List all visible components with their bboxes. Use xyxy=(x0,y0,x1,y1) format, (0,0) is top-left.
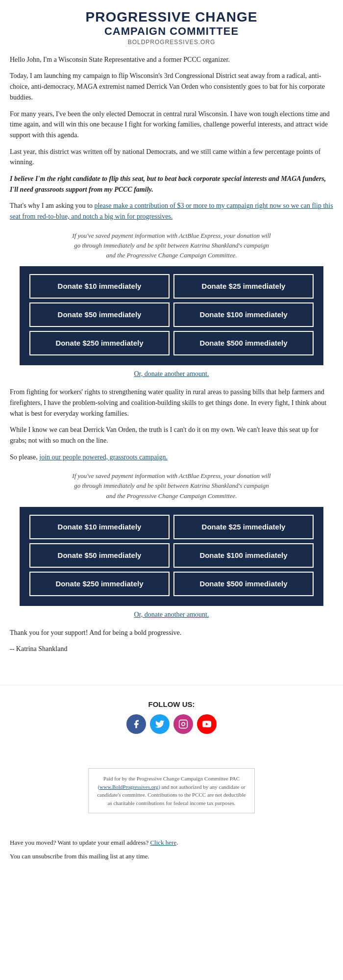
donate-500-btn-1[interactable]: Donate $500 immediately xyxy=(173,331,314,355)
donate-50-btn-1[interactable]: Donate $50 immediately xyxy=(29,302,170,327)
donate-other-link-1: Or, donate another amount. xyxy=(10,370,333,378)
donate-500-btn-2[interactable]: Donate $500 immediately xyxy=(173,572,314,596)
donate-other-anchor-1[interactable]: Or, donate another amount. xyxy=(134,370,209,377)
intro-para3: Last year, this district was written off… xyxy=(10,147,333,168)
follow-label: FOLLOW US: xyxy=(5,700,338,708)
donate-row-4: Donate $10 immediately Donate $25 immedi… xyxy=(29,515,314,539)
footer: Have you moved? Want to update your emai… xyxy=(0,833,343,875)
donate-row-6: Donate $250 immediately Donate $500 imme… xyxy=(29,572,314,596)
donate-row-3: Donate $250 immediately Donate $500 imme… xyxy=(29,331,314,355)
donate-row-1: Donate $10 immediately Donate $25 immedi… xyxy=(29,274,314,299)
instagram-icon[interactable] xyxy=(173,714,193,734)
ask-text: That's why I am asking you to xyxy=(10,202,94,209)
org-title-line2: CAMPAIGN COMMITTEE xyxy=(5,25,338,38)
donate-100-btn-1[interactable]: Donate $100 immediately xyxy=(173,302,314,327)
svg-rect-0 xyxy=(179,720,188,729)
middle-para3-text: So please, xyxy=(10,453,39,461)
thanks-text: Thank you for your support! And for bein… xyxy=(10,628,333,638)
bold-italic-statement: I believe I'm the right candidate to fli… xyxy=(10,174,333,195)
donate-other-link-2: Or, donate another amount. xyxy=(10,611,333,619)
grassroots-link[interactable]: join our people powered, grassroots camp… xyxy=(39,453,168,461)
social-icons xyxy=(5,714,338,734)
donate-grid-2: Donate $10 immediately Donate $25 immedi… xyxy=(20,507,323,606)
middle-para3: So please, join our people powered, gras… xyxy=(10,452,333,463)
actblue-note-1: If you've saved payment information with… xyxy=(69,231,274,260)
donate-10-btn-1[interactable]: Donate $10 immediately xyxy=(29,274,170,299)
donate-10-btn-2[interactable]: Donate $10 immediately xyxy=(29,515,170,539)
follow-section: FOLLOW US: xyxy=(0,685,343,744)
youtube-icon[interactable] xyxy=(197,714,217,734)
middle-para2: While I know we can beat Derrick Van Ord… xyxy=(10,425,333,446)
donate-25-btn-1[interactable]: Donate $25 immediately xyxy=(173,274,314,299)
donate-grid-1: Donate $10 immediately Donate $25 immedi… xyxy=(20,266,323,365)
twitter-icon[interactable] xyxy=(150,714,170,734)
click-here-link[interactable]: Click here xyxy=(150,839,176,846)
email-body: Hello John, I'm a Wisconsin State Repres… xyxy=(0,50,343,670)
footer-moved: Have you moved? Want to update your emai… xyxy=(10,838,333,848)
donate-250-btn-1[interactable]: Donate $250 immediately xyxy=(29,331,170,355)
email-header: PROGRESSIVE CHANGE CAMPAIGN COMMITTEE BO… xyxy=(0,0,343,50)
disclaimer-wrapper: Paid for by the Progressive Change Campa… xyxy=(0,744,343,833)
org-url: BOLDPROGRESSIVES.ORG xyxy=(5,39,338,46)
actblue-note-2: If you've saved payment information with… xyxy=(69,471,274,501)
donate-50-btn-2[interactable]: Donate $50 immediately xyxy=(29,543,170,568)
donate-100-btn-2[interactable]: Donate $100 immediately xyxy=(173,543,314,568)
greeting: Hello John, I'm a Wisconsin State Repres… xyxy=(10,54,333,65)
donate-row-5: Donate $50 immediately Donate $100 immed… xyxy=(29,543,314,568)
signature: -- Katrina Shankland xyxy=(10,644,333,654)
donate-row-2: Donate $50 immediately Donate $100 immed… xyxy=(29,302,314,327)
facebook-icon[interactable] xyxy=(126,714,146,734)
disclaimer-box: Paid for by the Progressive Change Campa… xyxy=(88,768,255,813)
donate-other-anchor-2[interactable]: Or, donate another amount. xyxy=(134,611,209,618)
ask-paragraph: That's why I am asking you to please mak… xyxy=(10,201,333,222)
org-title-line1: PROGRESSIVE CHANGE xyxy=(5,10,338,25)
intro-para2: For many years, I've been the only elect… xyxy=(10,109,333,141)
intro-para1: Today, I am launching my campaign to fli… xyxy=(10,71,333,102)
disclaimer-text: Paid for by the Progressive Change Campa… xyxy=(97,776,246,806)
middle-para1: From fighting for workers' rights to str… xyxy=(10,387,333,419)
disclaimer-link[interactable]: www.BoldProgressives.org xyxy=(99,784,158,790)
donate-250-btn-2[interactable]: Donate $250 immediately xyxy=(29,572,170,596)
footer-unsubscribe: You can unsubscribe from this mailing li… xyxy=(10,852,333,861)
donate-25-btn-2[interactable]: Donate $25 immediately xyxy=(173,515,314,539)
